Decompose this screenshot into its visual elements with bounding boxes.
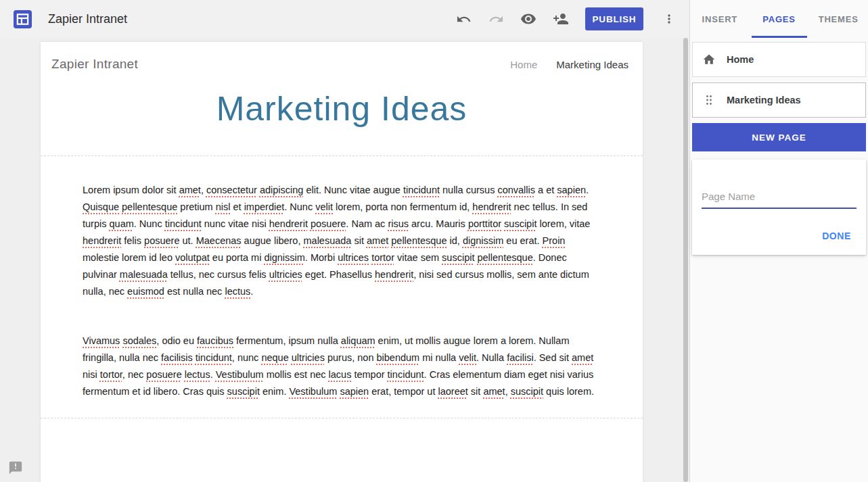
drag-handle-icon[interactable] [702,95,716,105]
new-page-form: DONE [692,160,866,255]
page-item-home[interactable]: Home [692,42,866,77]
site-name[interactable]: Zapier Intranet [48,12,127,26]
tab-pages[interactable]: PAGES [750,0,809,38]
more-options-button[interactable] [656,5,683,32]
paragraph[interactable]: Vivamus sodales, odio eu faucibus fermen… [83,333,601,400]
panel-tabs: INSERT PAGES THEMES [690,0,868,38]
page-item-label: Marketing Ideas [727,95,801,105]
feedback-icon[interactable] [8,460,23,475]
pages-list: Home Marketing Ideas NEW PAGE DONE [690,38,868,255]
topbar-left: Zapier Intranet [14,10,127,28]
page-name-input[interactable] [702,188,856,209]
done-button[interactable]: DONE [817,224,856,248]
site-header: Zapier Intranet Home Marketing Ideas [41,42,643,72]
paragraph[interactable]: Lorem ipsum dolor sit amet, consectetur … [83,182,601,300]
nav-marketing-ideas[interactable]: Marketing Ideas [556,59,629,70]
editor-workspace: Zapier Intranet Home Marketing Ideas Mar… [0,38,689,482]
page-item-marketing-ideas[interactable]: Marketing Ideas [692,82,866,118]
page-item-label: Home [727,54,754,65]
sites-logo-icon[interactable] [14,10,32,28]
add-editors-button[interactable] [547,5,574,32]
topbar-actions: PUBLISH [450,5,683,32]
redo-button[interactable] [482,5,509,32]
page-title[interactable]: Marketing Ideas [41,89,643,128]
home-icon [702,53,716,66]
new-page-button[interactable]: NEW PAGE [692,123,866,151]
scrollbar[interactable] [683,38,688,482]
google-sites-editor: Zapier Intranet PUBLISH [0,0,868,482]
text-section[interactable]: Lorem ipsum dolor sit amet, consectetur … [83,182,601,400]
preview-button[interactable] [515,5,542,32]
main-area: Zapier Intranet PUBLISH [0,0,689,482]
side-panel: INSERT PAGES THEMES Home Marke [689,0,868,482]
tab-themes[interactable]: THEMES [808,0,868,38]
site-nav: Home Marketing Ideas [510,59,629,70]
section-divider [41,155,643,156]
page-canvas[interactable]: Zapier Intranet Home Marketing Ideas Mar… [41,42,643,482]
publish-button[interactable]: PUBLISH [585,7,643,30]
topbar: Zapier Intranet PUBLISH [0,0,689,38]
done-row: DONE [702,224,856,248]
undo-button[interactable] [450,5,477,32]
nav-home[interactable]: Home [510,59,537,70]
site-header-title[interactable]: Zapier Intranet [51,57,138,72]
tab-insert[interactable]: INSERT [690,0,750,38]
section-divider [41,418,643,418]
